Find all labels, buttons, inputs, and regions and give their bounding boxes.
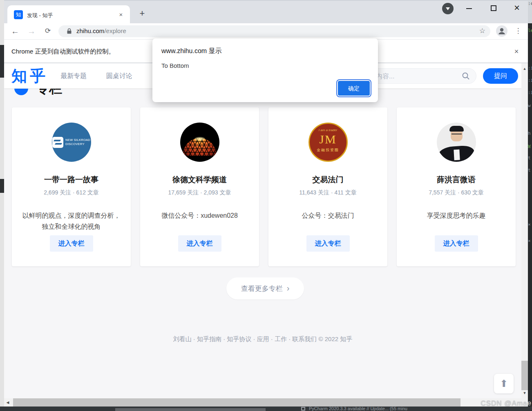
column-meta: 11,643 关注 · 411 文章	[268, 189, 387, 197]
address-bar[interactable]: zhihu.com/explore ☆	[58, 25, 490, 37]
scroll-up-icon[interactable]: ▲	[521, 67, 528, 71]
profile-avatar-button[interactable]	[496, 25, 507, 37]
column-meta: 7,557 关注 · 630 文章	[397, 189, 516, 197]
url-text: zhihu.com/explore	[76, 27, 126, 34]
vertical-scroll-thumb[interactable]	[521, 361, 528, 390]
column-card[interactable]: 徐德文科学频道 17,659 关注 · 2,093 文章 微信公众号：xudew…	[140, 107, 259, 266]
column-description: 微信公众号：xudewen028	[148, 210, 252, 221]
code-fragment: :i	[528, 90, 532, 95]
column-description: 以鲜明的观点，深度的调查分析，独立和全球化的视角	[20, 210, 123, 232]
view-more-columns-button[interactable]: 查看更多专栏 ›	[226, 277, 304, 299]
back-button[interactable]: ←	[10, 26, 20, 36]
code-fragment: ×	[528, 238, 532, 243]
horizontal-scroll-thumb[interactable]	[13, 398, 460, 407]
window-minimize-button[interactable]	[460, 1, 478, 15]
code-fragment: t	[528, 168, 532, 173]
scroll-down-icon[interactable]: ▼	[521, 391, 528, 395]
vertical-scrollbar[interactable]: ▲ ▼	[521, 63, 528, 398]
zhihu-logo[interactable]: 知乎	[11, 66, 48, 87]
code-fragment: h	[528, 131, 532, 136]
column-card[interactable]: NEW SILKROADDISCOVERY 一带一路一故事 2,699 关注 ·…	[12, 107, 131, 266]
column-title[interactable]: 交易法门	[268, 174, 387, 185]
column-card[interactable]: 薛洪言微语 7,557 关注 · 630 文章 享受深度思考的乐趣 进入专栏	[397, 107, 516, 266]
code-fragment: :i	[528, 65, 532, 71]
background-right-strip: :ct le :i :i :i w h w t t × ×	[528, 0, 532, 411]
infobar-message: Chrome 正受到自动测试软件的控制。	[11, 40, 115, 63]
nav-latest-topics[interactable]: 最新专题	[60, 72, 87, 80]
close-icon: ×	[508, 1, 526, 15]
window-maximize-button[interactable]	[485, 1, 503, 15]
dialog-ok-button[interactable]: 确定	[338, 81, 370, 96]
column-description: 享受深度思考的乐趣	[405, 210, 508, 221]
enter-column-button[interactable]: 进入专栏	[306, 235, 350, 252]
code-fragment: ×	[528, 222, 532, 227]
statusbar-text: PyCharm 2020.3.3 available // Update... …	[309, 407, 407, 411]
zhihu-favicon-icon: 知	[14, 10, 23, 19]
column-avatar[interactable]	[180, 123, 219, 162]
zhihu-explore-page: 专栏 知乎 最新专题 圆桌讨论 的内容... 提问 NEW SILKRO	[4, 63, 521, 398]
lock-icon[interactable]	[67, 28, 72, 36]
column-title[interactable]: 徐德文科学频道	[140, 174, 259, 185]
tab-strip: 知 发现 - 知乎 × + ×	[4, 0, 528, 23]
column-description: 公众号：交易法门	[276, 210, 380, 221]
window-close-button[interactable]: ×	[508, 1, 526, 15]
js-alert-dialog: www.zhihu.com 显示 To Bottom 确定	[152, 38, 378, 102]
jm-logo-icon: JM	[319, 132, 336, 146]
code-fragment: w	[528, 103, 532, 108]
tab-close-icon[interactable]: ×	[117, 11, 125, 19]
column-title[interactable]: 一带一路一故事	[12, 174, 131, 185]
enter-column-button[interactable]: 进入专栏	[50, 235, 93, 252]
reload-button[interactable]: ⟳	[42, 26, 53, 36]
chevron-right-icon: ›	[287, 284, 290, 293]
column-avatar[interactable]: NEW SILKROADDISCOVERY	[52, 123, 91, 162]
nav-roundtable[interactable]: 圆桌讨论	[106, 72, 132, 80]
enter-column-button[interactable]: 进入专栏	[178, 235, 221, 252]
code-fragment: w	[528, 143, 532, 148]
code-fragment: :i	[528, 78, 532, 83]
column-avatar[interactable]	[437, 123, 476, 162]
browser-tab[interactable]: 知 发现 - 知乎 ×	[7, 5, 130, 24]
infobar-close-icon[interactable]: ×	[511, 46, 522, 57]
browser-toolbar: ← → ⟳ zhihu.com/explore ☆ ⋮	[4, 23, 528, 39]
column-card[interactable]: I am a trader JM 金融投资圈 交易法门 11,643 关注 · …	[268, 107, 387, 266]
triangle-down-icon	[446, 7, 450, 10]
maximize-icon	[491, 5, 496, 11]
code-fragment: :ct	[528, 1, 532, 6]
search-icon[interactable]	[461, 71, 470, 82]
scroll-left-icon[interactable]: ◀	[4, 398, 11, 407]
background-statusbar: PyCharm 2020.3.3 available // Update... …	[0, 407, 532, 411]
column-avatar[interactable]: I am a trader JM 金融投资圈	[308, 123, 348, 162]
dialog-title: www.zhihu.com 显示	[161, 47, 222, 56]
bookmark-star-icon[interactable]: ☆	[479, 27, 485, 35]
window-icon	[301, 407, 305, 411]
back-to-top-button[interactable]: ⬆	[494, 374, 514, 393]
screen: :ct le :i :i :i w h w t t × × 知 发现 - 知乎 …	[0, 0, 532, 411]
code-fragment: t	[528, 155, 532, 161]
column-cards: NEW SILKROADDISCOVERY 一带一路一故事 2,699 关注 ·…	[12, 107, 516, 266]
media-controls-button[interactable]	[442, 3, 454, 14]
horizontal-scrollbar[interactable]: ◀	[4, 398, 528, 407]
code-fragment: le	[528, 28, 532, 33]
tab-title: 发现 - 知乎	[27, 12, 109, 19]
ask-question-button[interactable]: 提问	[483, 68, 518, 84]
browser-menu-icon[interactable]: ⋮	[514, 26, 522, 36]
silkroad-logo-icon	[52, 137, 63, 148]
column-title[interactable]: 薛洪言微语	[397, 174, 516, 185]
dialog-message: To Bottom	[161, 62, 189, 69]
page-footer: 刘看山 · 知乎指南 · 知乎协议 · 应用 · 工作 · 联系我们 © 202…	[4, 335, 521, 343]
background-left-strip	[0, 0, 4, 411]
column-meta: 17,659 关注 · 2,093 文章	[140, 189, 259, 197]
enter-column-button[interactable]: 进入专栏	[435, 235, 478, 252]
dome-photo-icon	[183, 138, 217, 155]
column-meta: 2,699 关注 · 612 文章	[12, 189, 131, 197]
minimize-icon	[466, 8, 472, 9]
new-tab-button[interactable]: +	[136, 8, 148, 20]
forward-button[interactable]: →	[26, 26, 37, 36]
csdn-watermark: CSDN @Amae	[481, 399, 532, 407]
